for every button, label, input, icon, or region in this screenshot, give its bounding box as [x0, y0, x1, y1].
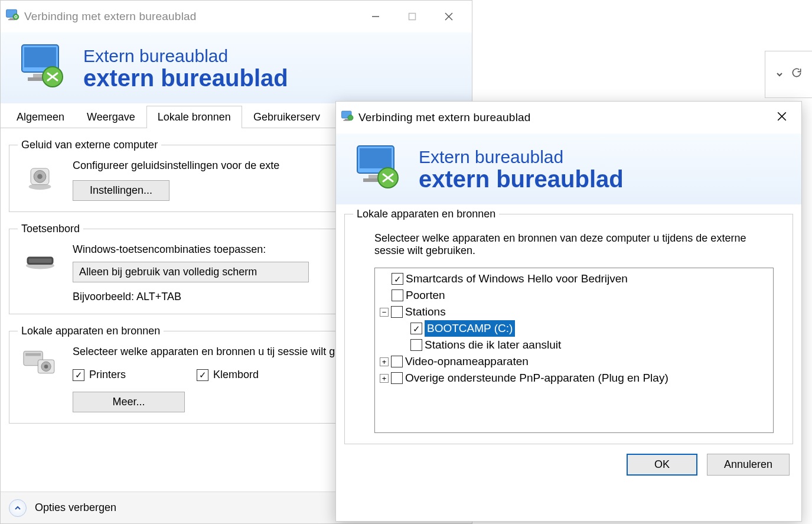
tree-row-pnp[interactable]: + Overige ondersteunde PnP-apparaten (Pl…: [380, 370, 768, 386]
app-icon: [5, 8, 21, 26]
group-audio-legend: Geluid van externe computer: [18, 139, 161, 151]
tree-row-smartcards[interactable]: Smartcards of Windows Hello voor Bedrijv…: [392, 271, 768, 287]
printers-checkbox[interactable]: Printers: [73, 369, 126, 381]
tree-row-drives-later[interactable]: Stations die ik later aansluit: [410, 337, 768, 353]
banner-title-2: extern bureaublad: [83, 66, 288, 90]
more-devices-button[interactable]: Meer...: [73, 392, 185, 412]
audio-desc: Configureer geluidsinstellingen voor de …: [73, 160, 279, 172]
svg-rect-19: [28, 259, 51, 263]
maximize-button[interactable]: [394, 5, 431, 28]
expand-icon[interactable]: +: [380, 374, 389, 383]
clipboard-checkbox[interactable]: Klembord: [197, 369, 259, 381]
minimize-button[interactable]: [357, 5, 394, 28]
keyboard-example: Bijvoorbeeld: ALT+TAB: [73, 291, 309, 303]
dialog-title: Verbinding met extern bureaublad: [355, 111, 767, 124]
dialog-close-button[interactable]: [767, 110, 797, 125]
dialog-buttons: OK Annuleren: [336, 444, 801, 487]
group-local-devices-legend: Lokale apparaten en bronnen: [18, 325, 164, 337]
expand-icon[interactable]: +: [380, 357, 389, 366]
banner-icon: [18, 41, 71, 95]
dialog-group-legend: Lokale apparaten en bronnen: [353, 208, 499, 220]
tree-row-drives[interactable]: − Stations: [380, 304, 768, 320]
svg-point-16: [37, 174, 43, 179]
devices-desc: Selecteer welke apparaten en bronnen u t…: [73, 346, 380, 358]
close-button[interactable]: [431, 5, 467, 28]
tab-display[interactable]: Weergave: [76, 106, 146, 128]
titlebar: Verbinding met extern bureaublad: [1, 1, 472, 32]
svg-rect-26: [345, 119, 348, 120]
keyboard-combo-select[interactable]: Alleen bij gebruik van volledig scherm: [73, 262, 309, 282]
tree-row-video[interactable]: + Video-opnameapparaten: [380, 353, 768, 370]
devices-icon: [18, 346, 62, 381]
audio-settings-button[interactable]: Instellingen...: [73, 180, 169, 201]
collapse-options-icon[interactable]: [9, 499, 27, 517]
svg-rect-21: [25, 353, 41, 356]
app-icon: [341, 109, 355, 126]
chevron-down-icon[interactable]: [775, 67, 784, 82]
svg-rect-9: [24, 47, 56, 67]
svg-point-3: [13, 14, 19, 19]
svg-rect-32: [360, 148, 392, 168]
dialog-titlebar: Verbinding met extern bureaublad: [336, 102, 801, 134]
checkbox-icon[interactable]: [410, 339, 422, 351]
checkbox-icon[interactable]: [391, 372, 403, 384]
refresh-icon[interactable]: [791, 67, 803, 82]
checkbox-icon[interactable]: [391, 306, 403, 318]
checkbox-icon: [197, 369, 208, 381]
window-title: Verbinding met extern bureaublad: [21, 10, 357, 23]
svg-rect-5: [409, 14, 416, 20]
dialog-group-devices: Lokale apparaten en bronnen Selecteer we…: [344, 208, 793, 444]
svg-point-24: [44, 364, 48, 369]
tab-user-exp[interactable]: Gebruikerserv: [242, 106, 331, 128]
svg-rect-27: [344, 120, 350, 121]
local-devices-dialog: Verbinding met extern bureaublad Extern …: [335, 101, 802, 522]
tree-row-ports[interactable]: Poorten: [392, 287, 768, 304]
checkbox-icon[interactable]: [410, 323, 422, 334]
dialog-banner-title-1: Extern bureaublad: [419, 147, 624, 167]
keyboard-icon: [18, 243, 62, 279]
dialog-banner: Extern bureaublad extern bureaublad: [336, 134, 801, 204]
ok-button[interactable]: OK: [627, 454, 697, 476]
dialog-group-desc: Selecteer welke apparaten en bronnen van…: [353, 229, 784, 264]
tab-local-resources[interactable]: Lokale bronnen: [146, 106, 242, 128]
toggle-options-link[interactable]: Opties verbergen: [35, 502, 116, 514]
banner: Extern bureaublad extern bureaublad: [1, 32, 472, 103]
svg-rect-1: [9, 18, 14, 19]
browser-toolbar-fragment: [765, 51, 812, 98]
banner-title-1: Extern bureaublad: [83, 46, 288, 66]
device-tree[interactable]: Smartcards of Windows Hello voor Bedrijv…: [374, 268, 774, 433]
checkbox-icon[interactable]: [391, 356, 403, 367]
speaker-icon: [18, 160, 62, 195]
checkbox-icon: [73, 369, 84, 381]
group-keyboard-legend: Toetsenbord: [18, 223, 83, 235]
svg-rect-2: [8, 19, 15, 20]
collapse-icon[interactable]: −: [380, 308, 389, 317]
checkbox-icon[interactable]: [392, 273, 403, 285]
cancel-button[interactable]: Annuleren: [707, 454, 790, 476]
tab-general[interactable]: Algemeen: [5, 106, 76, 128]
checkbox-icon[interactable]: [392, 289, 403, 301]
tree-row-drive-c[interactable]: BOOTCAMP (C:): [410, 320, 768, 337]
dialog-banner-title-2: extern bureaublad: [419, 167, 624, 191]
banner-icon: [354, 142, 407, 196]
keyboard-label: Windows-toetsencombinaties toepassen:: [73, 243, 309, 256]
svg-point-28: [348, 115, 353, 120]
